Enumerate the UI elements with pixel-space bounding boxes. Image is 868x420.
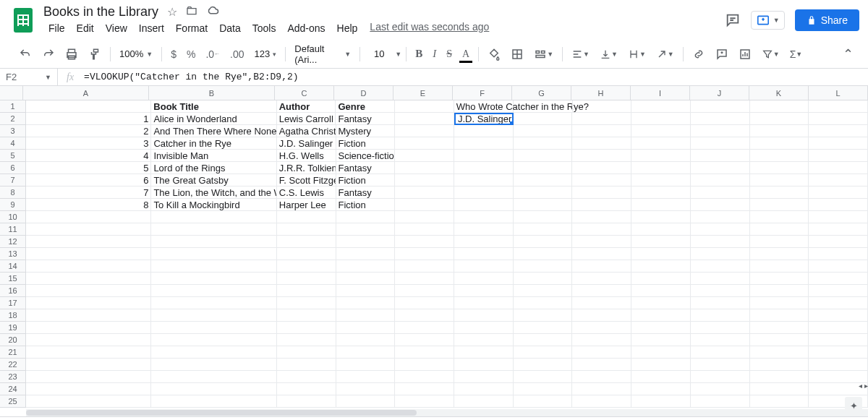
cell-J4[interactable] (691, 137, 750, 150)
cell-C7[interactable]: F. Scott Fitzgera (277, 174, 336, 187)
cell-H13[interactable] (572, 248, 631, 260)
cell-L19[interactable] (809, 322, 868, 334)
cell-I18[interactable] (631, 309, 691, 322)
row-header-13[interactable]: 13 (0, 248, 26, 260)
cell-A18[interactable] (26, 309, 151, 322)
cell-I2[interactable] (631, 113, 691, 125)
cell-G12[interactable] (514, 236, 573, 248)
select-all-corner[interactable] (0, 86, 23, 100)
cell-E14[interactable] (395, 260, 454, 273)
cell-D5[interactable]: Science-fiction (336, 150, 396, 162)
cell-I21[interactable] (631, 346, 691, 359)
cell-A12[interactable] (26, 236, 151, 248)
cell-L3[interactable] (809, 125, 868, 137)
halign-button[interactable]: ▼ (567, 46, 594, 63)
cell-A3[interactable]: 2 (26, 125, 151, 137)
borders-button[interactable] (506, 45, 528, 64)
cell-I14[interactable] (631, 260, 691, 273)
cell-H12[interactable] (572, 236, 631, 248)
cell-F12[interactable] (454, 236, 514, 248)
cell-C9[interactable]: Harper Lee (277, 199, 336, 211)
row-header-6[interactable]: 6 (0, 162, 26, 174)
cell-J14[interactable] (691, 260, 750, 273)
cell-K5[interactable] (750, 150, 809, 162)
cell-I12[interactable] (631, 236, 691, 248)
cell-K13[interactable] (750, 248, 809, 260)
cell-J16[interactable] (691, 285, 750, 297)
cell-L1[interactable] (809, 100, 868, 113)
cell-I15[interactable] (631, 273, 691, 285)
chart-button[interactable] (734, 45, 756, 64)
cell-J20[interactable] (691, 334, 750, 346)
cell-J12[interactable] (691, 236, 750, 248)
row-header-25[interactable]: 25 (0, 395, 26, 408)
cell-K6[interactable] (750, 162, 809, 174)
cell-E1[interactable] (395, 100, 454, 113)
cell-F13[interactable] (454, 248, 514, 260)
cell-L17[interactable] (809, 297, 868, 309)
cell-E23[interactable] (395, 371, 454, 383)
row-header-2[interactable]: 2 (0, 113, 26, 125)
currency-button[interactable]: $ (166, 46, 181, 63)
cell-H2[interactable] (572, 113, 631, 125)
cell-C22[interactable] (277, 359, 336, 371)
cell-L6[interactable] (809, 162, 868, 174)
cell-K21[interactable] (750, 346, 809, 359)
cell-A6[interactable]: 5 (26, 162, 151, 174)
cell-L12[interactable] (809, 236, 868, 248)
cell-I25[interactable] (631, 395, 691, 408)
horizontal-scrollbar[interactable] (26, 409, 868, 416)
redo-button[interactable] (38, 45, 59, 64)
cell-H18[interactable] (572, 309, 631, 322)
cell-C25[interactable] (277, 395, 336, 408)
cell-K24[interactable] (750, 383, 809, 395)
cell-F9[interactable] (454, 199, 514, 211)
cell-K8[interactable] (750, 187, 809, 199)
cell-B11[interactable] (151, 223, 276, 236)
col-header-L[interactable]: L (809, 86, 868, 100)
dec-decimal-button[interactable]: .0← (201, 46, 224, 63)
cell-C21[interactable] (277, 346, 336, 359)
menu-help[interactable]: Help (332, 21, 363, 35)
cell-H5[interactable] (572, 150, 631, 162)
menu-insert[interactable]: Insert (134, 21, 169, 35)
cell-E4[interactable] (395, 137, 454, 150)
row-header-12[interactable]: 12 (0, 236, 26, 248)
cell-D15[interactable] (336, 273, 396, 285)
cell-F16[interactable] (454, 285, 514, 297)
row-header-4[interactable]: 4 (0, 137, 26, 150)
cell-K11[interactable] (750, 223, 809, 236)
cell-G17[interactable] (514, 297, 573, 309)
cell-E6[interactable] (395, 162, 454, 174)
col-header-K[interactable]: K (749, 86, 809, 100)
cell-C1[interactable]: Author (277, 100, 336, 113)
cell-L16[interactable] (809, 285, 868, 297)
cell-C11[interactable] (277, 223, 336, 236)
cell-G4[interactable] (514, 137, 573, 150)
cell-K20[interactable] (750, 334, 809, 346)
cell-C17[interactable] (277, 297, 336, 309)
cell-E5[interactable] (395, 150, 454, 162)
cell-B23[interactable] (151, 371, 276, 383)
row-header-24[interactable]: 24 (0, 383, 26, 395)
cell-J13[interactable] (691, 248, 750, 260)
cell-I10[interactable] (631, 211, 691, 223)
cell-B24[interactable] (151, 383, 276, 395)
row-header-20[interactable]: 20 (0, 334, 26, 346)
cell-J5[interactable] (691, 150, 750, 162)
cell-F4[interactable] (454, 137, 514, 150)
cell-C16[interactable] (277, 285, 336, 297)
col-header-C[interactable]: C (275, 86, 334, 100)
cell-I16[interactable] (631, 285, 691, 297)
cell-C23[interactable] (277, 371, 336, 383)
cell-K18[interactable] (750, 309, 809, 322)
cell-B7[interactable]: The Great Gatsby (151, 174, 276, 187)
cell-L5[interactable] (809, 150, 868, 162)
cell-E15[interactable] (395, 273, 454, 285)
cell-C14[interactable] (277, 260, 336, 273)
cell-A24[interactable] (26, 383, 151, 395)
cell-D9[interactable]: Fiction (336, 199, 396, 211)
menu-tools[interactable]: Tools (247, 21, 281, 35)
cell-H1[interactable] (573, 100, 632, 113)
cell-I3[interactable] (631, 125, 691, 137)
